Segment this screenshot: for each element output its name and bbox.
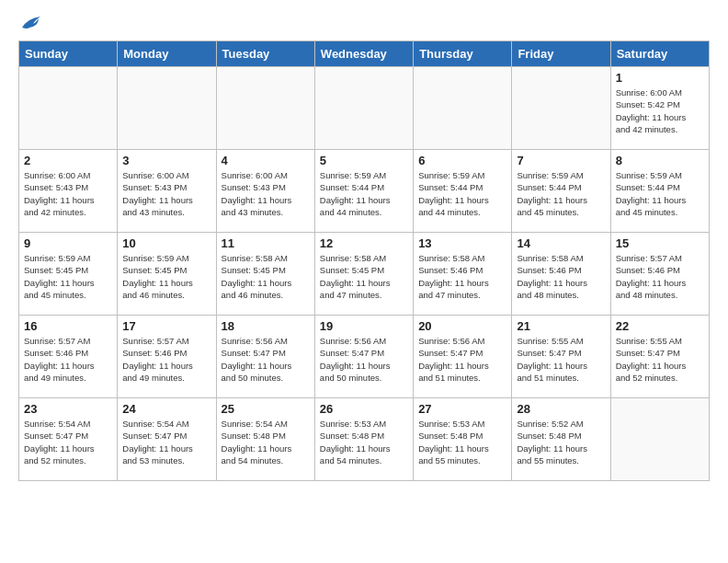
day-info: Sunrise: 5:54 AM Sunset: 5:47 PM Dayligh… <box>122 418 210 466</box>
weekday-header-wednesday: Wednesday <box>314 41 413 67</box>
day-number: 28 <box>517 402 605 416</box>
calendar-cell: 8Sunrise: 5:59 AM Sunset: 5:44 PM Daylig… <box>610 150 709 233</box>
weekday-header-friday: Friday <box>512 41 610 67</box>
calendar-cell: 22Sunrise: 5:55 AM Sunset: 5:47 PM Dayli… <box>610 316 709 398</box>
calendar-week-row: 2Sunrise: 6:00 AM Sunset: 5:43 PM Daylig… <box>19 150 710 233</box>
day-number: 1 <box>616 71 704 85</box>
calendar-cell: 21Sunrise: 5:55 AM Sunset: 5:47 PM Dayli… <box>512 316 610 398</box>
day-info: Sunrise: 5:58 AM Sunset: 5:45 PM Dayligh… <box>222 252 310 301</box>
calendar-cell: 1Sunrise: 6:00 AM Sunset: 5:42 PM Daylig… <box>610 67 709 150</box>
calendar-cell: 26Sunrise: 5:53 AM Sunset: 5:48 PM Dayli… <box>314 398 413 481</box>
day-info: Sunrise: 5:55 AM Sunset: 5:47 PM Dayligh… <box>616 335 704 384</box>
day-info: Sunrise: 5:58 AM Sunset: 5:46 PM Dayligh… <box>517 252 605 301</box>
calendar-cell: 2Sunrise: 6:00 AM Sunset: 5:43 PM Daylig… <box>19 150 118 233</box>
day-info: Sunrise: 5:59 AM Sunset: 5:44 PM Dayligh… <box>517 169 605 218</box>
calendar-week-row: 23Sunrise: 5:54 AM Sunset: 5:47 PM Dayli… <box>19 398 710 481</box>
calendar-cell: 9Sunrise: 5:59 AM Sunset: 5:45 PM Daylig… <box>19 233 118 316</box>
calendar-cell: 16Sunrise: 5:57 AM Sunset: 5:46 PM Dayli… <box>19 316 118 398</box>
day-number: 7 <box>517 154 605 167</box>
day-number: 20 <box>418 319 506 333</box>
calendar-cell <box>414 67 512 150</box>
weekday-header-saturday: Saturday <box>610 41 709 67</box>
weekday-header-sunday: Sunday <box>19 41 118 67</box>
calendar-cell <box>216 67 314 150</box>
calendar-cell: 15Sunrise: 5:57 AM Sunset: 5:46 PM Dayli… <box>610 233 709 316</box>
day-info: Sunrise: 5:56 AM Sunset: 5:47 PM Dayligh… <box>320 335 408 384</box>
day-info: Sunrise: 5:59 AM Sunset: 5:45 PM Dayligh… <box>122 252 210 301</box>
day-number: 3 <box>122 154 210 167</box>
day-number: 18 <box>222 319 310 333</box>
header <box>18 15 710 33</box>
calendar-cell: 20Sunrise: 5:56 AM Sunset: 5:47 PM Dayli… <box>414 316 512 398</box>
day-number: 13 <box>418 236 506 250</box>
calendar-cell: 25Sunrise: 5:54 AM Sunset: 5:48 PM Dayli… <box>216 398 314 481</box>
day-info: Sunrise: 5:59 AM Sunset: 5:44 PM Dayligh… <box>616 169 704 218</box>
calendar-cell: 13Sunrise: 5:58 AM Sunset: 5:46 PM Dayli… <box>414 233 512 316</box>
day-number: 9 <box>24 236 112 250</box>
weekday-header-monday: Monday <box>118 41 216 67</box>
calendar-cell <box>118 67 216 150</box>
day-info: Sunrise: 5:56 AM Sunset: 5:47 PM Dayligh… <box>418 335 506 384</box>
day-number: 6 <box>418 154 506 167</box>
calendar-header-row: SundayMondayTuesdayWednesdayThursdayFrid… <box>19 41 710 67</box>
day-info: Sunrise: 5:52 AM Sunset: 5:48 PM Dayligh… <box>517 418 605 466</box>
calendar-cell: 10Sunrise: 5:59 AM Sunset: 5:45 PM Dayli… <box>118 233 216 316</box>
day-number: 5 <box>320 154 408 167</box>
day-number: 26 <box>320 402 408 416</box>
calendar-cell: 5Sunrise: 5:59 AM Sunset: 5:44 PM Daylig… <box>314 150 413 233</box>
day-info: Sunrise: 5:57 AM Sunset: 5:46 PM Dayligh… <box>122 335 210 384</box>
day-info: Sunrise: 5:53 AM Sunset: 5:48 PM Dayligh… <box>418 418 506 466</box>
day-number: 15 <box>616 236 704 250</box>
day-info: Sunrise: 5:59 AM Sunset: 5:44 PM Dayligh… <box>320 169 408 218</box>
calendar-cell: 7Sunrise: 5:59 AM Sunset: 5:44 PM Daylig… <box>512 150 610 233</box>
calendar-cell: 11Sunrise: 5:58 AM Sunset: 5:45 PM Dayli… <box>216 233 314 316</box>
page: SundayMondayTuesdayWednesdayThursdayFrid… <box>0 0 728 490</box>
day-info: Sunrise: 6:00 AM Sunset: 5:43 PM Dayligh… <box>222 169 310 218</box>
calendar-week-row: 1Sunrise: 6:00 AM Sunset: 5:42 PM Daylig… <box>19 67 710 150</box>
day-info: Sunrise: 5:54 AM Sunset: 5:47 PM Dayligh… <box>24 418 112 466</box>
day-number: 24 <box>122 402 210 416</box>
day-number: 22 <box>616 319 704 333</box>
calendar-week-row: 9Sunrise: 5:59 AM Sunset: 5:45 PM Daylig… <box>19 233 710 316</box>
calendar-cell: 4Sunrise: 6:00 AM Sunset: 5:43 PM Daylig… <box>216 150 314 233</box>
calendar-cell: 24Sunrise: 5:54 AM Sunset: 5:47 PM Dayli… <box>118 398 216 481</box>
day-info: Sunrise: 5:58 AM Sunset: 5:46 PM Dayligh… <box>418 252 506 301</box>
weekday-header-thursday: Thursday <box>414 41 512 67</box>
calendar-cell: 28Sunrise: 5:52 AM Sunset: 5:48 PM Dayli… <box>512 398 610 481</box>
day-info: Sunrise: 5:57 AM Sunset: 5:46 PM Dayligh… <box>24 335 112 384</box>
calendar-cell: 27Sunrise: 5:53 AM Sunset: 5:48 PM Dayli… <box>414 398 512 481</box>
calendar-cell <box>610 398 709 481</box>
day-number: 2 <box>24 154 112 167</box>
calendar-cell: 23Sunrise: 5:54 AM Sunset: 5:47 PM Dayli… <box>19 398 118 481</box>
day-info: Sunrise: 5:59 AM Sunset: 5:44 PM Dayligh… <box>418 169 506 218</box>
logo <box>18 15 40 33</box>
day-info: Sunrise: 5:58 AM Sunset: 5:45 PM Dayligh… <box>320 252 408 301</box>
day-number: 8 <box>616 154 704 167</box>
day-number: 17 <box>122 319 210 333</box>
calendar-cell <box>512 67 610 150</box>
logo-bird-icon <box>20 15 40 31</box>
day-number: 23 <box>24 402 112 416</box>
calendar-cell: 14Sunrise: 5:58 AM Sunset: 5:46 PM Dayli… <box>512 233 610 316</box>
day-info: Sunrise: 5:53 AM Sunset: 5:48 PM Dayligh… <box>320 418 408 466</box>
day-number: 25 <box>222 402 310 416</box>
weekday-header-tuesday: Tuesday <box>216 41 314 67</box>
day-info: Sunrise: 6:00 AM Sunset: 5:43 PM Dayligh… <box>122 169 210 218</box>
calendar-cell <box>314 67 413 150</box>
day-info: Sunrise: 5:59 AM Sunset: 5:45 PM Dayligh… <box>24 252 112 301</box>
calendar-cell: 17Sunrise: 5:57 AM Sunset: 5:46 PM Dayli… <box>118 316 216 398</box>
calendar-table: SundayMondayTuesdayWednesdayThursdayFrid… <box>18 40 710 481</box>
day-number: 10 <box>122 236 210 250</box>
day-info: Sunrise: 5:56 AM Sunset: 5:47 PM Dayligh… <box>222 335 310 384</box>
day-number: 11 <box>222 236 310 250</box>
day-number: 12 <box>320 236 408 250</box>
calendar-cell: 18Sunrise: 5:56 AM Sunset: 5:47 PM Dayli… <box>216 316 314 398</box>
calendar-cell: 3Sunrise: 6:00 AM Sunset: 5:43 PM Daylig… <box>118 150 216 233</box>
calendar-week-row: 16Sunrise: 5:57 AM Sunset: 5:46 PM Dayli… <box>19 316 710 398</box>
day-number: 4 <box>222 154 310 167</box>
day-number: 21 <box>517 319 605 333</box>
day-number: 16 <box>24 319 112 333</box>
day-info: Sunrise: 5:54 AM Sunset: 5:48 PM Dayligh… <box>222 418 310 466</box>
day-number: 19 <box>320 319 408 333</box>
day-info: Sunrise: 5:55 AM Sunset: 5:47 PM Dayligh… <box>517 335 605 384</box>
